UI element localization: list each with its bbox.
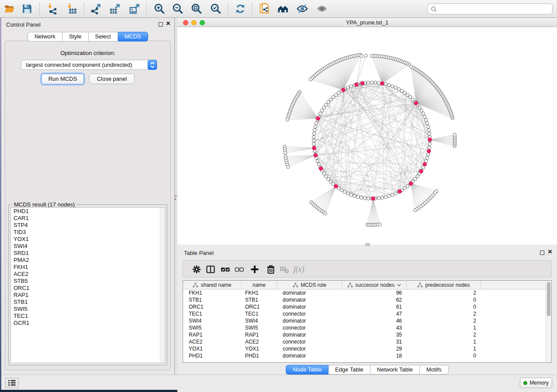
table-panel-float-icon[interactable]	[540, 251, 544, 255]
table-cell[interactable]: dominator	[277, 296, 343, 303]
table-cell[interactable]: 1	[407, 345, 481, 352]
tab-mcds[interactable]: MCDS	[118, 32, 148, 41]
mcds-result-item[interactable]: TID3	[11, 229, 165, 236]
table-cell[interactable]: 47	[343, 310, 407, 317]
table-cell[interactable]: 43	[343, 324, 407, 331]
splitter-handle[interactable]	[365, 243, 370, 246]
table-cell[interactable]: 29	[343, 345, 407, 352]
table-row[interactable]: TEC1TEC1connector472	[183, 310, 546, 317]
table-cell[interactable]: 96	[343, 289, 407, 296]
search-input[interactable]	[439, 4, 550, 14]
mcds-list-scrollbar[interactable]	[160, 208, 165, 363]
table-cell[interactable]: 1	[407, 338, 481, 345]
column-header-MCDS-role[interactable]: MCDS role	[277, 281, 343, 289]
mcds-result-item[interactable]: CAR1	[11, 215, 165, 222]
table-row[interactable]: STB1STB1dominator620	[183, 296, 546, 303]
create-column-plus-icon[interactable]	[249, 264, 260, 275]
mcds-result-list[interactable]: PHD1CAR1STP4TID3YOX1SWI4SRD1PMA2FKH1ACE2…	[10, 207, 165, 363]
mcds-result-item[interactable]: YOX1	[11, 236, 165, 243]
table-row[interactable]: YOX1YOX1connector291	[183, 345, 546, 352]
table-cell[interactable]: FKH1	[183, 289, 242, 296]
table-cell[interactable]: dominator	[277, 289, 343, 296]
zoom-selected-icon[interactable]	[208, 1, 224, 16]
table-cell[interactable]: SWI4	[242, 317, 277, 324]
table-cell[interactable]: dominator	[277, 352, 343, 359]
memory-button[interactable]: Memory	[520, 378, 552, 388]
select-all-icon[interactable]	[220, 264, 231, 275]
search-field[interactable]	[427, 3, 553, 14]
table-cell[interactable]: dominator	[277, 303, 343, 310]
table-scrollbar-thumb[interactable]	[547, 282, 550, 316]
table-cell[interactable]: RAP1	[242, 331, 277, 338]
optimization-criterion-select[interactable]: largest connected component (undirected)	[21, 60, 157, 70]
control-panel-close-icon[interactable]: ×	[166, 20, 170, 28]
table-cell[interactable]: 2	[407, 331, 481, 338]
control-panel-float-icon[interactable]	[159, 22, 163, 27]
refresh-icon[interactable]	[232, 1, 248, 16]
show-all-eye-icon[interactable]	[314, 1, 330, 16]
mcds-result-item[interactable]: STB1	[11, 299, 165, 306]
network-window-titlebar[interactable]: YPA_prune.txt_1	[177, 18, 557, 27]
table-cell[interactable]: TEC1	[183, 310, 242, 317]
column-header-predecessor-nodes[interactable]: predecessor nodes	[407, 281, 481, 289]
unselect-all-icon[interactable]	[234, 264, 245, 275]
mcds-result-item[interactable]: SWI5	[11, 306, 165, 313]
table-cell[interactable]: 31	[343, 338, 407, 345]
table-tab-edge-table[interactable]: Edge Table	[329, 365, 370, 375]
table-cell[interactable]: dominator	[277, 331, 343, 338]
tab-style[interactable]: Style	[62, 32, 89, 41]
table-cell[interactable]: 35	[343, 331, 407, 338]
export-image-icon[interactable]	[127, 1, 142, 16]
delete-column-trash-icon[interactable]	[265, 264, 277, 275]
table-cell[interactable]: RAP1	[183, 331, 242, 338]
open-file-icon[interactable]	[2, 1, 17, 16]
network-graph[interactable]	[177, 27, 557, 244]
mcds-result-item[interactable]: RAP1	[11, 292, 165, 299]
table-row[interactable]: FKH1FKH1dominator962	[183, 289, 546, 296]
table-cell[interactable]: dominator	[277, 317, 343, 324]
table-row[interactable]: ORC1ORC1dominator610	[183, 303, 546, 310]
node-table[interactable]: shared namenameMCDS rolesuccessor nodesp…	[183, 280, 552, 363]
table-cell[interactable]: 0	[407, 296, 481, 303]
mcds-result-item[interactable]: STB5	[11, 278, 165, 285]
table-tab-motifs[interactable]: Motifs	[420, 365, 449, 375]
export-table-icon[interactable]	[107, 1, 123, 16]
mcds-result-item[interactable]: TEC1	[11, 313, 165, 320]
mcds-result-item[interactable]: PMA2	[11, 257, 165, 264]
table-cell[interactable]: YOX1	[183, 345, 242, 352]
export-network-icon[interactable]	[88, 1, 104, 16]
splitter-collapse-icon[interactable]: ◂▸	[175, 194, 176, 200]
hide-selected-eye-icon[interactable]	[294, 1, 310, 16]
table-cell[interactable]: 0	[407, 352, 481, 359]
tab-network[interactable]: Network	[28, 32, 62, 41]
table-row[interactable]: SWI5SWI5connector431	[183, 324, 546, 331]
show-columns-icon[interactable]	[205, 264, 216, 275]
table-cell[interactable]: connector	[277, 338, 343, 345]
table-cell[interactable]: 2	[407, 310, 481, 317]
first-neighbors-icon[interactable]	[275, 1, 291, 16]
table-scrollbar[interactable]	[546, 281, 551, 362]
mcds-result-item[interactable]: SRD1	[11, 250, 165, 257]
table-row[interactable]: SWI4SWI4dominator462	[183, 317, 546, 324]
column-header-successor-nodes[interactable]: successor nodes	[343, 281, 407, 289]
table-cell[interactable]: 2	[407, 317, 481, 324]
table-tab-network-table[interactable]: Network Table	[370, 365, 420, 375]
table-cell[interactable]: 46	[343, 317, 407, 324]
table-cell[interactable]: STB1	[242, 296, 277, 303]
task-history-list-icon[interactable]	[5, 378, 19, 388]
table-cell[interactable]: ORC1	[242, 303, 277, 310]
table-cell[interactable]: STB1	[183, 296, 242, 303]
zoom-out-icon[interactable]	[170, 1, 186, 16]
zoom-in-icon[interactable]	[152, 1, 167, 16]
table-row[interactable]: RAP1RAP1dominator352	[183, 331, 546, 338]
table-cell[interactable]: SWI4	[183, 317, 242, 324]
table-panel-close-icon[interactable]: ×	[548, 248, 552, 256]
table-cell[interactable]: TEC1	[242, 310, 277, 317]
column-header-shared-name[interactable]: shared name	[183, 281, 242, 289]
import-table-icon[interactable]	[64, 1, 80, 16]
mcds-result-item[interactable]: ACE2	[11, 271, 165, 278]
network-view[interactable]	[177, 27, 557, 244]
mcds-result-item[interactable]: STP4	[11, 222, 165, 229]
table-cell[interactable]: SWI5	[183, 324, 242, 331]
run-mcds-button[interactable]: Run MCDS	[42, 74, 84, 84]
